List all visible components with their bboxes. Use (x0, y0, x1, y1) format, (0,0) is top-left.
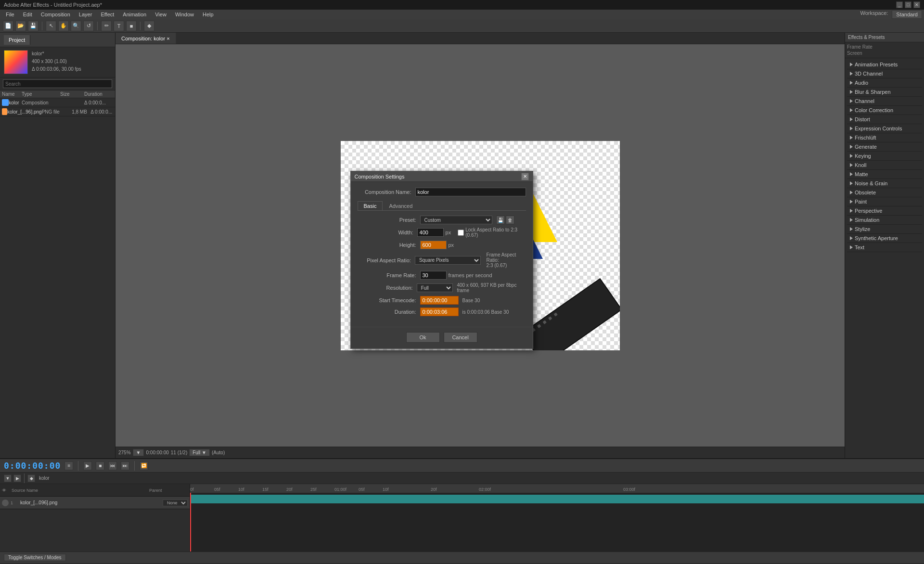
toolbar-text[interactable]: T (114, 21, 124, 31)
menu-animation[interactable]: Animation (119, 11, 150, 18)
effect-label: Blur & Sharpen (855, 89, 891, 95)
effect-frischluft[interactable]: Frischlüft (847, 133, 922, 142)
effect-label: Keying (855, 153, 871, 159)
close-button[interactable]: ✕ (913, 1, 920, 8)
menu-help[interactable]: Help (199, 11, 218, 18)
preset-save-btn[interactable]: 💾 (496, 216, 505, 224)
menu-file[interactable]: File (2, 11, 18, 18)
effect-keying[interactable]: Keying (847, 152, 922, 161)
menu-layer[interactable]: Layer (75, 11, 96, 18)
width-input[interactable] (417, 228, 444, 237)
table-row[interactable]: kolor Composition Δ 0:00:0... (0, 98, 115, 107)
start-timecode-input[interactable] (420, 296, 459, 305)
playhead[interactable] (190, 493, 191, 551)
resolution-control[interactable]: Full ▼ (189, 449, 210, 456)
menu-effect[interactable]: Effect (97, 11, 118, 18)
menu-window[interactable]: Window (171, 11, 198, 18)
effect-obsolete[interactable]: Obsolete (847, 188, 922, 197)
preset-delete-btn[interactable]: 🗑 (506, 216, 514, 224)
height-row: Height: px (358, 241, 526, 249)
layer-track-bar[interactable] (190, 495, 924, 503)
tl-menu-btn[interactable]: ≡ (64, 461, 73, 470)
pixel-ratio-select[interactable]: Square Pixels (415, 256, 481, 265)
effect-color-correction[interactable]: Color Correction (847, 106, 922, 115)
resolution-label: Resolution: (358, 285, 417, 291)
tl-prev-btn[interactable]: ⏮ (108, 461, 117, 470)
effect-knoll[interactable]: Knoll (847, 161, 922, 170)
tl-add-marker[interactable]: ◆ (27, 474, 35, 482)
timeline-timecode[interactable]: 0:00:00:00 (4, 461, 61, 471)
tab-advanced[interactable]: Advanced (383, 201, 419, 210)
effect-noise-grain[interactable]: Noise & Grain (847, 179, 922, 188)
toolbar-shape[interactable]: ■ (126, 21, 137, 31)
effect-label: Text (855, 244, 864, 250)
effect-synthetic-aperture[interactable]: Synthetic Aperture (847, 234, 922, 243)
layer-row-1[interactable]: 1 kolor_[...096].png None (0, 497, 190, 509)
tl-loop-btn[interactable]: 🔁 (140, 461, 148, 470)
effect-3d-channel[interactable]: 3D Channel (847, 69, 922, 78)
effect-paint[interactable]: Paint (847, 197, 922, 206)
toolbar-new[interactable]: 📄 (3, 21, 13, 31)
toolbar-rotate[interactable]: ↺ (83, 21, 94, 31)
zoom-button[interactable]: ▼ (133, 449, 144, 456)
tl-stop-btn[interactable]: ■ (96, 461, 104, 470)
toolbar-open[interactable]: 📂 (15, 21, 26, 31)
resolution-control: Full 400 x 600, 937 KB per 8bpc frame (417, 282, 526, 293)
preset-select[interactable]: Custom (420, 216, 492, 224)
layer-eye[interactable] (2, 500, 9, 506)
effect-generate[interactable]: Generate (847, 142, 922, 152)
toolbar-save[interactable]: 💾 (28, 21, 38, 31)
effect-audio[interactable]: Audio (847, 78, 922, 88)
maximize-button[interactable]: □ (905, 1, 911, 8)
table-row[interactable]: kolor_[...96].png PNG file 1,8 MB Δ 0:00… (0, 107, 115, 116)
effect-label: Simulation (855, 217, 879, 223)
effect-perspective[interactable]: Perspective (847, 206, 922, 216)
toggle-switches-button[interactable]: Toggle Switches / Modes (4, 554, 66, 561)
tl-play-btn[interactable]: ▶ (83, 461, 92, 470)
height-label: Height: (358, 242, 420, 248)
frame-aspect-value: 2:3 (0.67) (487, 263, 507, 268)
search-input[interactable] (3, 79, 112, 88)
comp-name-input[interactable] (415, 188, 526, 196)
start-timecode-base: Base 30 (462, 298, 480, 303)
effect-animation-presets[interactable]: Animation Presets (847, 60, 922, 69)
cancel-button[interactable]: Cancel (444, 332, 477, 343)
toolbar-zoom[interactable]: 🔍 (71, 21, 81, 31)
effect-expression-controls[interactable]: Expression Controls (847, 124, 922, 133)
effect-text[interactable]: Text (847, 243, 922, 252)
height-input[interactable] (420, 241, 447, 249)
resolution-select[interactable]: Full (417, 283, 453, 292)
toolbar-sep-2 (97, 22, 98, 30)
effect-stylize[interactable]: Stylize (847, 225, 922, 234)
width-label: Width: (358, 230, 417, 235)
col-dur: Duration (84, 91, 113, 97)
effect-matte[interactable]: Matte (847, 170, 922, 179)
menu-composition[interactable]: Composition (37, 11, 74, 18)
effect-blur-sharpen[interactable]: Blur & Sharpen (847, 88, 922, 97)
viewer-area: € € € € (116, 44, 845, 447)
tab-project[interactable]: Project (4, 35, 30, 45)
frame-rate-input[interactable] (420, 271, 447, 280)
tl-next-btn[interactable]: ⏭ (121, 461, 129, 470)
toolbar-hand[interactable]: ✋ (58, 21, 69, 31)
menu-view[interactable]: View (151, 11, 170, 18)
layer-mode-select[interactable]: None (163, 500, 188, 506)
effect-channel[interactable]: Channel (847, 97, 922, 106)
effect-simulation[interactable]: Simulation (847, 216, 922, 225)
ok-button[interactable]: Ok (406, 332, 440, 343)
effect-distort[interactable]: Distort (847, 115, 922, 124)
tab-basic[interactable]: Basic (358, 201, 383, 210)
toolbar-pen[interactable]: ✏ (101, 21, 112, 31)
lock-aspect-checkbox[interactable] (458, 230, 464, 236)
duration-input[interactable] (420, 308, 459, 316)
tl-collapse-btn[interactable]: ▶ (13, 474, 21, 482)
screen-panel-label: Screen (847, 51, 862, 56)
minimize-button[interactable]: _ (896, 1, 903, 8)
tab-composition-viewer[interactable]: Composition: kolor × (116, 33, 176, 44)
toolbar-select[interactable]: ↖ (46, 21, 56, 31)
menu-edit[interactable]: Edit (19, 11, 36, 18)
workspace-standard[interactable]: Standard (892, 10, 922, 19)
tl-expand-btn[interactable]: ▼ (4, 474, 12, 482)
toolbar-puppet[interactable]: ◆ (144, 21, 154, 31)
dialog-close-button[interactable]: ✕ (521, 173, 529, 180)
